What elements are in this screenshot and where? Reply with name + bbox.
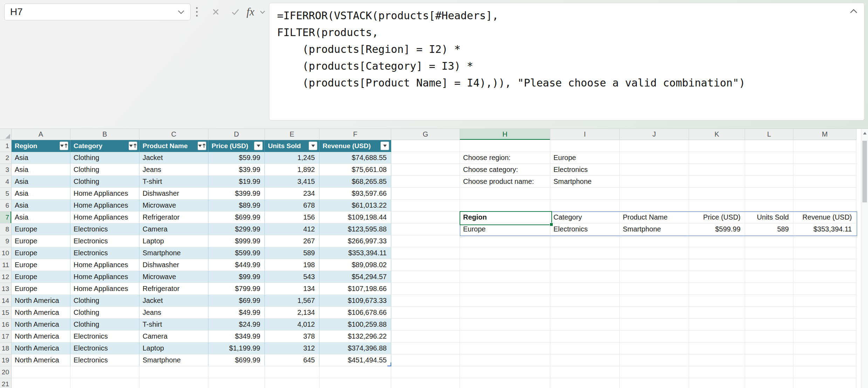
cell-B12[interactable]: Home Appliances	[70, 271, 139, 283]
cell-D5[interactable]: $399.99	[208, 188, 265, 200]
cell-L7[interactable]: Units Sold	[745, 212, 793, 223]
formula-input[interactable]: =IFERROR(VSTACK(products[#Headers],FILTE…	[269, 3, 864, 120]
cell-F6[interactable]: $61,013.22	[319, 200, 391, 212]
cell-I21[interactable]	[550, 378, 620, 388]
cell-K10[interactable]	[689, 247, 745, 259]
cell-G10[interactable]	[391, 247, 460, 259]
cell-I10[interactable]	[550, 247, 620, 259]
cell-D9[interactable]: $999.99	[208, 235, 265, 247]
cell-A3[interactable]: Asia	[12, 164, 70, 176]
filter-button-units-sold[interactable]	[309, 141, 317, 150]
column-header-K[interactable]: K	[689, 129, 745, 140]
cell-C6[interactable]: Microwave	[139, 200, 208, 212]
cell-M6[interactable]	[793, 200, 856, 212]
cell-M2[interactable]	[793, 152, 856, 164]
cell-C2[interactable]: Jacket	[139, 152, 208, 164]
column-header-J[interactable]: J	[620, 129, 689, 140]
cell-H5[interactable]	[460, 188, 550, 200]
cell-G17[interactable]	[391, 331, 460, 342]
cell-C7[interactable]: Refrigerator	[139, 212, 208, 223]
cell-H10[interactable]	[460, 247, 550, 259]
row-header-1[interactable]: 1	[0, 140, 12, 152]
cell-J6[interactable]	[620, 200, 689, 212]
cell-L5[interactable]	[745, 188, 793, 200]
cell-H2[interactable]: Choose region:	[460, 152, 550, 164]
cell-H20[interactable]	[460, 366, 550, 378]
cell-E21[interactable]	[265, 378, 319, 388]
cell-C1[interactable]: Product Name	[139, 140, 208, 152]
filter-button-region[interactable]	[60, 141, 68, 150]
cell-B11[interactable]: Home Appliances	[70, 259, 139, 271]
cell-C14[interactable]: Jacket	[139, 295, 208, 307]
cell-E15[interactable]: 2,134	[265, 307, 319, 319]
cell-B10[interactable]: Electronics	[70, 247, 139, 259]
cell-C21[interactable]	[139, 378, 208, 388]
cell-L10[interactable]	[745, 247, 793, 259]
cell-I6[interactable]	[550, 200, 620, 212]
cell-C3[interactable]: Jeans	[139, 164, 208, 176]
enter-button[interactable]	[228, 4, 243, 20]
cell-F9[interactable]: $266,997.33	[319, 235, 391, 247]
cell-F1[interactable]: Revenue (USD)	[319, 140, 391, 152]
cell-A10[interactable]: Europe	[12, 247, 70, 259]
cell-B20[interactable]	[70, 366, 139, 378]
cell-E4[interactable]: 3,415	[265, 176, 319, 188]
cell-J10[interactable]	[620, 247, 689, 259]
column-header-G[interactable]: G	[391, 129, 460, 140]
cell-H8[interactable]: Europe	[460, 223, 550, 235]
cell-F19[interactable]: $451,494.55	[319, 354, 391, 366]
cell-G9[interactable]	[391, 235, 460, 247]
cell-C10[interactable]: Smartphone	[139, 247, 208, 259]
cell-B1[interactable]: Category	[70, 140, 139, 152]
cell-G6[interactable]	[391, 200, 460, 212]
cell-M14[interactable]	[793, 295, 856, 307]
cell-H21[interactable]	[460, 378, 550, 388]
cell-F15[interactable]: $106,678.66	[319, 307, 391, 319]
cell-F2[interactable]: $74,688.55	[319, 152, 391, 164]
cell-L18[interactable]	[745, 342, 793, 354]
cell-D13[interactable]: $799.99	[208, 283, 265, 295]
name-box[interactable]: H7	[4, 4, 191, 20]
cell-K9[interactable]	[689, 235, 745, 247]
cell-G3[interactable]	[391, 164, 460, 176]
cell-F11[interactable]: $89,098.02	[319, 259, 391, 271]
cell-I16[interactable]	[550, 319, 620, 331]
column-header-I[interactable]: I	[550, 129, 620, 140]
cell-J9[interactable]	[620, 235, 689, 247]
cell-H13[interactable]	[460, 283, 550, 295]
cell-J18[interactable]	[620, 342, 689, 354]
cell-I3[interactable]: Electronics	[550, 164, 620, 176]
cell-M12[interactable]	[793, 271, 856, 283]
cell-I8[interactable]: Electronics	[550, 223, 620, 235]
cell-D14[interactable]: $69.99	[208, 295, 265, 307]
cell-I19[interactable]	[550, 354, 620, 366]
insert-function-button[interactable]: fx	[242, 4, 259, 20]
filter-button-category[interactable]	[129, 141, 137, 150]
cell-D11[interactable]: $449.99	[208, 259, 265, 271]
cell-M10[interactable]	[793, 247, 856, 259]
cell-K12[interactable]	[689, 271, 745, 283]
cell-L9[interactable]	[745, 235, 793, 247]
row-header-13[interactable]: 13	[0, 283, 12, 295]
cell-C16[interactable]: T-shirt	[139, 319, 208, 331]
cell-I17[interactable]	[550, 331, 620, 342]
cell-I4[interactable]: Smartphone	[550, 176, 620, 188]
cell-E17[interactable]: 378	[265, 331, 319, 342]
cell-M13[interactable]	[793, 283, 856, 295]
cell-K16[interactable]	[689, 319, 745, 331]
cell-D12[interactable]: $99.99	[208, 271, 265, 283]
cell-B15[interactable]: Clothing	[70, 307, 139, 319]
cell-J21[interactable]	[620, 378, 689, 388]
cell-I11[interactable]	[550, 259, 620, 271]
cell-J2[interactable]	[620, 152, 689, 164]
cell-J13[interactable]	[620, 283, 689, 295]
cell-J5[interactable]	[620, 188, 689, 200]
cell-C11[interactable]: Dishwasher	[139, 259, 208, 271]
cell-H4[interactable]: Choose product name:	[460, 176, 550, 188]
cell-A16[interactable]: North America	[12, 319, 70, 331]
cell-C18[interactable]: Laptop	[139, 342, 208, 354]
row-header-18[interactable]: 18	[0, 342, 12, 354]
cell-A13[interactable]: Europe	[12, 283, 70, 295]
cell-J4[interactable]	[620, 176, 689, 188]
cell-E18[interactable]: 312	[265, 342, 319, 354]
